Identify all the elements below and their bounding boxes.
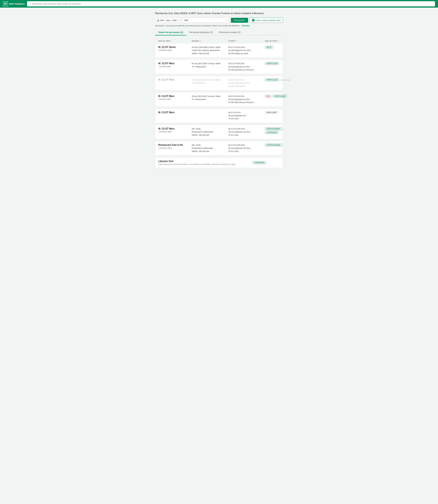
dossier-clos-label: Dossier clos: [280, 79, 290, 81]
contact-line: 94 160 Saint-Mandé: [228, 85, 265, 88]
creer-dossier-label: Créer nouveau dossier client: [255, 19, 281, 22]
contact-col: 06 22 33 44 55clot.marc@gmail.com75 015 …: [228, 111, 265, 120]
col-header-situation[interactable]: Situation ▼: [192, 40, 228, 42]
situation-line: Restauration traditionnelle: [192, 130, 228, 134]
client-name: M. CLOT Marc: [158, 95, 192, 98]
col-header-name: Nom du client: [158, 40, 192, 42]
contact-line: 92 200 Neuilly-sur-Seine: [228, 52, 265, 55]
branch-selector[interactable]: 🏢 BNP - Dijon - Eiffel ▼: [155, 18, 181, 22]
result-card[interactable]: M. CLOT Marc36 ans (26/11/1953 à Paris) …: [155, 76, 283, 90]
page-title: Recherche d'un client BDDF et BPF (hors …: [155, 12, 283, 15]
badges-col: NON CLIENT: [265, 111, 292, 114]
contact-line: 75 011 Paris: [228, 134, 265, 137]
tab-moral[interactable]: Personnes morales (1): [216, 30, 243, 35]
branch-chevron-icon: ▼: [178, 20, 179, 21]
clear-search-button[interactable]: ×: [226, 19, 228, 22]
client-name-col: M. CLOT Marc2 numéros client: [158, 127, 192, 133]
notice-link[interactable]: Voir plus: [242, 25, 249, 27]
situation-line: 50 ans (26/11/1967 à Paris) • Marié: [192, 62, 228, 65]
tab-all[interactable]: Toutes les personnes (3): [155, 30, 186, 35]
svg-line-5: [30, 4, 31, 4]
corporate-name-area: Librairie Clot Client relevant du marché…: [158, 160, 252, 165]
corporate-client-desc: Client relevant du marché Entreprise, so…: [158, 163, 252, 165]
result-card[interactable]: M. CLOT Marc1 numéro client50 ans (26/11…: [155, 59, 283, 74]
global-search-input[interactable]: [32, 3, 433, 5]
contact-line: 51 290 Saint-Remy en Bouzem...: [228, 68, 265, 71]
situation-col: 50 ans (26/11/1967 à Paris) • MariéT5 • …: [192, 95, 228, 101]
situation-line: SIREN : 480 463 009: [192, 134, 228, 137]
client-search-wrapper: ×: [182, 18, 229, 23]
svg-rect-2: [4, 4, 5, 5]
contact-line: clot.marc@gmail.com (Pro): [228, 147, 265, 150]
contact-line: clot.marc@gmail.com (Pri): [228, 82, 265, 85]
rechercher-button[interactable]: Rechercher: [231, 18, 248, 23]
badges-col: PARTICULIER: [265, 62, 292, 65]
tabs: Toutes les personnes (3) Personnes physi…: [155, 30, 283, 35]
contact-line: 06 22 33 44 55 (Pri): [228, 78, 265, 81]
situation-filter-icon: ▼: [200, 40, 201, 42]
global-search-bar[interactable]: [27, 1, 435, 6]
situation-line: ME • SARL: [192, 144, 228, 147]
corporate-client-name: Librairie Clot: [158, 160, 252, 163]
situation-col: ME • SARLRestauration traditionnelleSIRE…: [192, 144, 228, 153]
branch-icon: 🏢: [157, 19, 159, 22]
corporate-badge: CORPORATE: [252, 161, 266, 164]
badge-particulier: PARTICULIER: [273, 95, 287, 98]
client-name: M. CLOT Marc: [158, 127, 192, 130]
results-list: M. CLOT Denis2 numéros client50 ans (13/…: [155, 43, 283, 156]
client-search-input[interactable]: [182, 18, 229, 23]
client-sub: 1 numéro client: [158, 66, 192, 67]
notice-text: Nouveauté : vous pouvez rechercher une p…: [155, 25, 241, 27]
search-controls: 🏢 BNP - Dijon - Eiffel ▼ × Rechercher + …: [155, 18, 283, 23]
contact-line: clot.marc@gmail.com (Pro): [228, 130, 265, 134]
situation-col: 50 ans (26/11/1967 à Paris) • MariéT5 • …: [192, 62, 228, 68]
contact-col: 06 22 33 44 55 (Pri)clot.marc@gmail.com …: [228, 95, 265, 104]
header: BNP PARIBAS: [0, 0, 438, 8]
client-name-col: M. CLOT Denis2 numéros client: [158, 46, 192, 51]
contact-line: clot.marc@gmail.com (Pri): [228, 65, 265, 68]
client-sub: 2 numéros client: [158, 147, 192, 149]
client-name-col: Restaurant Clot & fils2 numéros client: [158, 144, 192, 149]
client-name: M. CLOT Marc: [158, 62, 192, 65]
contact-line: 75 011 Paris: [228, 150, 265, 153]
logo-text: BNP PARIBAS: [9, 3, 25, 5]
result-card[interactable]: M. CLOT Marc1 numéro client50 ans (26/11…: [155, 92, 283, 107]
result-card[interactable]: M. CLOT Denis2 numéros client50 ans (13/…: [155, 43, 283, 58]
situation-line: 36 ans (26/11/1953 à Paris) • Marié: [192, 78, 228, 81]
client-name-col: M. CLOT Marc: [158, 111, 192, 114]
client-sub: 2 numéros client: [158, 49, 192, 51]
creer-dossier-button[interactable]: + Créer nouveau dossier client: [250, 18, 283, 23]
client-sub: 1 numéro client: [158, 98, 192, 100]
main-content: Recherche d'un client BDDF et BPF (hors …: [151, 8, 287, 174]
badge-corporate: CORPORATE: [265, 131, 279, 134]
situation-line: 50 ans (13/04/1968 à Paris) • Marié: [192, 46, 228, 49]
client-name: M. CLOT Marc: [158, 111, 192, 114]
logo: BNP PARIBAS: [3, 1, 25, 6]
badge-enr: ENR: [265, 95, 272, 98]
situation-col: ME • SARLRestauration traditionnelleSIRE…: [192, 127, 228, 137]
badge-particulier: PARTICULIER: [265, 62, 279, 65]
notice: Nouveauté : vous pouvez rechercher une p…: [155, 25, 283, 27]
situation-line: Activité des médecins généralistes: [192, 49, 228, 52]
contact-line: 06 22 33 44 55 (Pri): [228, 62, 265, 65]
contact-col: 06 22 33 44 55 (Pri)clot.marc@gmail.com …: [228, 78, 265, 88]
tab-physical[interactable]: Personnes physiques (2): [186, 30, 216, 35]
situation-line: SIREN : 480 463 009: [192, 150, 228, 153]
result-card[interactable]: M. CLOT Marc06 22 33 44 55clot.marc@gmai…: [155, 109, 283, 123]
svg-rect-1: [6, 3, 7, 4]
situation-line: T2 • Mécanicien: [192, 82, 228, 85]
badges-col: PARTICULIERDossier clos: [265, 78, 292, 81]
plus-icon: +: [252, 19, 255, 22]
type-filter-icon: ▼: [277, 40, 279, 42]
result-card[interactable]: Restaurant Clot & fils2 numéros clientME…: [155, 141, 283, 156]
col-header-type[interactable]: Type de client ▼: [265, 40, 292, 42]
contact-line: 51 290 Saint-Remy en Bouzem...: [228, 101, 265, 104]
badge-mixte: MIXTE: [265, 46, 273, 49]
result-card[interactable]: M. CLOT Marc2 numéros clientME • SARLRes…: [155, 125, 283, 139]
situation-line: Restauration traditionnelle: [192, 147, 228, 150]
badges-col: PROFESSIONNELCORPORATE: [265, 127, 292, 134]
contact-line: 06 22 33 44 55: [228, 111, 265, 114]
badges-col: MIXTE: [265, 46, 292, 49]
badge-particulier: PARTICULIER: [265, 78, 279, 81]
col-header-contact[interactable]: Contact ▼: [228, 40, 265, 42]
